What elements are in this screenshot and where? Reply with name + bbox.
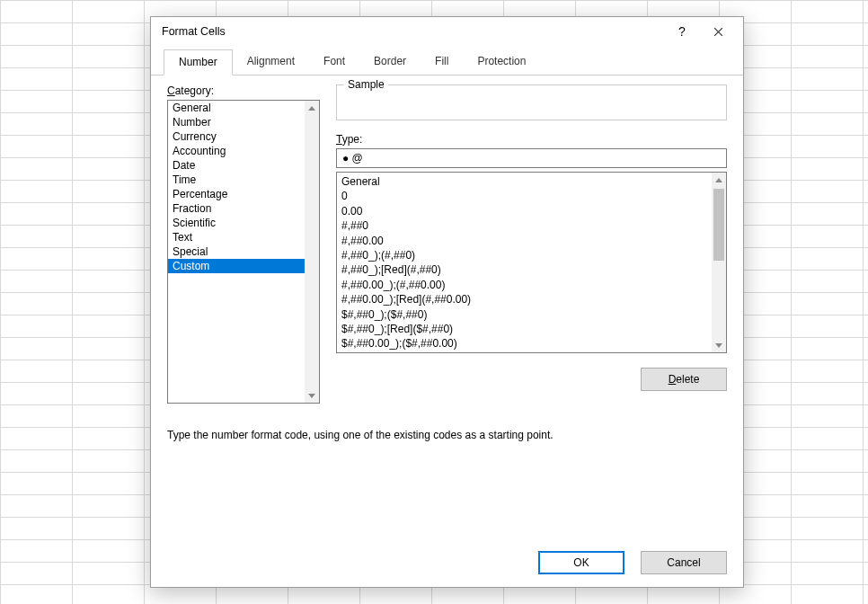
- dialog-titlebar: Format Cells ?: [151, 17, 743, 46]
- type-label: Type:: [336, 133, 727, 146]
- scroll-down-icon[interactable]: [712, 338, 726, 352]
- category-item[interactable]: Text: [168, 230, 319, 244]
- category-list[interactable]: General Number Currency Accounting Date …: [167, 100, 320, 404]
- tab-strip: Number Alignment Font Border Fill Protec…: [151, 46, 743, 76]
- scroll-up-icon[interactable]: [712, 173, 726, 187]
- format-code-item[interactable]: #,##0_);(#,##0): [341, 248, 708, 262]
- category-scrollbar[interactable]: [305, 101, 319, 403]
- category-item[interactable]: Date: [168, 158, 319, 173]
- format-code-item[interactable]: $#,##0.00_);($#,##0.00): [341, 336, 708, 351]
- hint-text: Type the number format code, using one o…: [167, 429, 727, 441]
- close-icon: [713, 27, 723, 37]
- format-code-item[interactable]: $#,##0_);($#,##0): [341, 307, 708, 322]
- tab-font[interactable]: Font: [309, 49, 359, 75]
- category-item[interactable]: Number: [168, 115, 319, 129]
- cancel-button[interactable]: Cancel: [641, 551, 727, 574]
- sample-box: Sample: [336, 84, 727, 120]
- format-code-item[interactable]: 0: [341, 189, 708, 203]
- tab-alignment[interactable]: Alignment: [233, 49, 309, 75]
- type-input[interactable]: [336, 148, 727, 168]
- format-code-item[interactable]: 0.00: [341, 204, 708, 218]
- format-code-item[interactable]: #,##0_);[Red](#,##0): [341, 262, 708, 277]
- ok-button[interactable]: OK: [538, 551, 624, 574]
- category-item[interactable]: Accounting: [168, 144, 319, 158]
- format-code-item[interactable]: #,##0: [341, 218, 708, 233]
- category-item[interactable]: Time: [168, 173, 319, 187]
- format-scrollbar[interactable]: [712, 173, 726, 352]
- category-item[interactable]: Currency: [168, 129, 319, 144]
- format-code-item[interactable]: $#,##0_);[Red]($#,##0): [341, 322, 708, 336]
- help-button[interactable]: ?: [664, 19, 700, 44]
- format-code-item[interactable]: #,##0.00_);(#,##0.00): [341, 278, 708, 292]
- dialog-title: Format Cells: [162, 25, 664, 38]
- sample-label: Sample: [344, 78, 388, 91]
- scroll-up-icon[interactable]: [305, 101, 319, 115]
- dialog-footer: OK Cancel: [151, 540, 743, 587]
- scroll-thumb[interactable]: [713, 189, 724, 261]
- delete-button[interactable]: Delete: [641, 368, 727, 391]
- format-cells-dialog: Format Cells ? Number Alignment Font Bor…: [150, 16, 744, 588]
- category-item[interactable]: Fraction: [168, 201, 319, 216]
- dialog-body: Category: General Number Currency Accoun…: [151, 76, 743, 540]
- format-code-list[interactable]: General 0 0.00 #,##0 #,##0.00 #,##0_);(#…: [336, 172, 727, 353]
- tab-border[interactable]: Border: [359, 49, 421, 75]
- category-label: Category:: [167, 84, 320, 97]
- tab-fill[interactable]: Fill: [421, 49, 463, 75]
- category-item[interactable]: Special: [168, 244, 319, 259]
- tab-protection[interactable]: Protection: [463, 49, 540, 75]
- format-code-item[interactable]: General: [341, 174, 708, 189]
- category-item[interactable]: Percentage: [168, 187, 319, 201]
- format-code-item[interactable]: #,##0.00: [341, 234, 708, 248]
- category-item[interactable]: Scientific: [168, 216, 319, 230]
- tab-number[interactable]: Number: [164, 49, 233, 76]
- close-button[interactable]: [700, 19, 736, 44]
- category-item[interactable]: General: [168, 101, 319, 115]
- format-code-item[interactable]: #,##0.00_);[Red](#,##0.00): [341, 292, 708, 306]
- category-item[interactable]: Custom: [168, 259, 319, 273]
- scroll-down-icon[interactable]: [305, 388, 319, 403]
